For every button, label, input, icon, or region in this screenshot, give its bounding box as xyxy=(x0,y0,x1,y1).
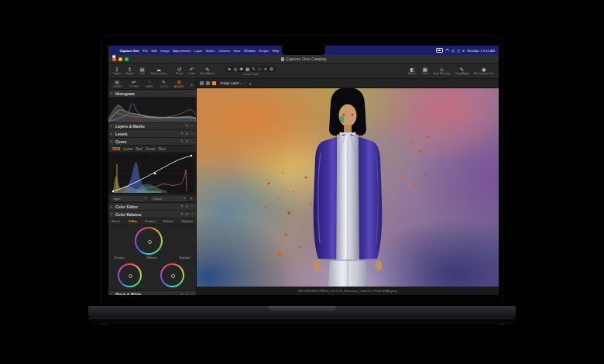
more-icon[interactable]: ⋯ xyxy=(190,293,194,296)
midtone-color-wheel[interactable] xyxy=(135,227,163,255)
menu-capture-one[interactable]: Capture One xyxy=(119,49,140,53)
cull-button[interactable]: ▤ Cull xyxy=(139,67,146,76)
my-capture-one-button[interactable]: ◉ My Capture One xyxy=(474,67,494,76)
levels-header[interactable]: ▸ Levels ✎ ↺ ⋯ xyxy=(108,130,196,138)
import-button[interactable]: ↧ Import xyxy=(113,67,121,76)
cb-tab-master[interactable]: Master xyxy=(112,220,121,223)
curve-output-dropdown[interactable]: Output ▾ xyxy=(150,196,187,201)
pen-icon[interactable]: ✎ xyxy=(180,204,184,208)
histogram-header[interactable]: ▾ Histogram ⋯ xyxy=(108,90,196,98)
cb-tab-highlight[interactable]: Highlight xyxy=(181,220,193,223)
undo-button[interactable]: ↶ Undo xyxy=(188,67,196,76)
menubar-clock[interactable]: Wed Apr 1 9:41 AM xyxy=(467,49,495,53)
layers-masks-header[interactable]: ▸ Layers & Masks ✎ ⋯ xyxy=(108,122,196,130)
before-button[interactable]: ◧ Before xyxy=(408,67,417,76)
pen-icon[interactable]: ✎ xyxy=(180,212,184,216)
collapse-icon[interactable]: ▾ xyxy=(111,212,114,216)
more-icon[interactable]: ⋯ xyxy=(190,212,194,216)
reset-icon[interactable]: ↺ xyxy=(185,293,188,296)
curve-input-dropdown[interactable]: Input ▾ xyxy=(112,196,148,201)
curve-tab-red[interactable]: Red xyxy=(136,147,142,151)
menu-select[interactable]: Select xyxy=(205,49,216,53)
apple-icon[interactable] xyxy=(112,48,116,53)
layer-dropdown[interactable]: Image Layer ▾ xyxy=(220,81,242,85)
export-button[interactable]: ↥ Export xyxy=(125,67,133,76)
more-icon[interactable]: ⋯ xyxy=(190,139,194,143)
layer-color-icon[interactable] xyxy=(212,81,216,85)
more-icon[interactable]: ⋯ xyxy=(190,124,194,128)
exposure-warning-button[interactable]: ⚠ Exp. Warning xyxy=(434,67,450,76)
menu-camera[interactable]: Camera xyxy=(218,49,231,53)
black-white-header[interactable]: ▸ Black & White ✎ ↺ ⋯ xyxy=(108,291,196,295)
cb-tab-midtone[interactable]: Midtone xyxy=(163,220,174,223)
compare-view-icon[interactable] xyxy=(206,81,210,85)
reset-icon[interactable]: ↺ xyxy=(185,204,188,208)
cb-tab-shadow[interactable]: Shadow xyxy=(145,220,156,223)
curve-tab-luma[interactable]: Luma xyxy=(124,147,132,151)
menu-window[interactable]: Window xyxy=(243,49,256,53)
minimize-button[interactable] xyxy=(118,57,122,61)
cb-tab-3way[interactable]: 3-Way xyxy=(129,220,137,223)
curve-tab-rgb[interactable]: RGB xyxy=(112,147,120,151)
menu-file[interactable]: File xyxy=(142,49,149,53)
tab-adjust[interactable]: ⚙ ADJUST xyxy=(174,80,184,88)
tab-style[interactable]: ✎ STYLE xyxy=(160,80,168,88)
more-tabs-icon[interactable]: » xyxy=(190,82,193,87)
menu-adjustments[interactable]: Adjustments xyxy=(172,49,191,53)
curve-picker-icon[interactable]: ✎ xyxy=(190,196,193,201)
reset-icon[interactable]: ↺ xyxy=(185,212,188,216)
curve-graph[interactable] xyxy=(108,153,196,194)
reset-button[interactable]: ↺ Reset xyxy=(176,67,184,76)
color-editor-header[interactable]: ▸ Color Editor ✎ ↺ ⋯ xyxy=(108,203,196,211)
reset-icon[interactable]: ↺ xyxy=(185,139,188,143)
battery-icon[interactable] xyxy=(436,48,443,53)
more-icon[interactable]: ⋯ xyxy=(190,91,194,95)
menu-help[interactable]: Help xyxy=(272,49,280,53)
collapse-icon[interactable]: ▸ xyxy=(111,124,114,128)
menu-scripts[interactable]: Scripts xyxy=(258,49,269,53)
pen-icon[interactable]: ✎ xyxy=(180,139,184,143)
tab-shape[interactable]: ○ SHAPE xyxy=(145,80,153,88)
photo-canvas[interactable] xyxy=(197,88,499,287)
erase-tool-icon[interactable]: ✕ xyxy=(264,67,268,72)
zoom-button[interactable] xyxy=(125,57,129,61)
menu-view[interactable]: View xyxy=(232,49,241,53)
shadow-color-wheel[interactable] xyxy=(118,263,142,287)
collapse-icon[interactable]: ▾ xyxy=(111,139,114,143)
heal-tool-icon[interactable]: ⬭ xyxy=(258,67,262,72)
wifi-icon[interactable] xyxy=(445,49,449,53)
pen-icon[interactable]: ✎ xyxy=(180,293,184,296)
tab-tether[interactable]: ⇄ TETHER xyxy=(129,80,139,88)
pointer-tool-icon[interactable]: ➤ xyxy=(228,67,232,72)
curve-tab-green[interactable]: Green xyxy=(146,147,156,151)
grid-button[interactable]: ▦ Grid xyxy=(421,67,429,76)
pan-tool-icon[interactable]: ✚ xyxy=(239,67,243,72)
draw-mask-tool-icon[interactable]: ✎ xyxy=(252,67,256,72)
search-icon[interactable]: ◎ xyxy=(451,49,455,53)
share-online-button[interactable]: ☁ Share online xyxy=(151,67,166,76)
auto-adjust-button[interactable]: ✎ Auto Adjust xyxy=(201,67,214,76)
copy-apply-button[interactable]: ✎ Copy/Apply xyxy=(455,67,468,76)
settings-tool-icon[interactable]: ⚙ xyxy=(269,67,273,72)
color-balance-header[interactable]: ▾ Color Balance ✎ ↺ ⋯ xyxy=(108,211,196,218)
curve-header[interactable]: ▾ Curve ✎ ↺ ⋯ xyxy=(108,138,196,146)
proof-view-icon[interactable] xyxy=(200,81,204,85)
crop-tool-icon[interactable]: ▦ xyxy=(245,67,249,72)
more-icon[interactable]: ⋯ xyxy=(190,132,194,136)
add-layer-button[interactable]: + xyxy=(249,81,252,86)
menu-image[interactable]: Image xyxy=(160,49,170,53)
menu-edit[interactable]: Edit xyxy=(150,49,157,53)
collapse-icon[interactable]: ▸ xyxy=(111,132,114,136)
pen-icon[interactable]: ✎ xyxy=(180,132,184,136)
collapse-icon[interactable]: ▸ xyxy=(111,204,114,208)
curve-tab-blue[interactable]: Blue xyxy=(159,147,166,151)
highlight-color-wheel[interactable] xyxy=(160,263,184,287)
menu-layer[interactable]: Layer xyxy=(194,49,203,53)
loupe-tool-icon[interactable]: ◎ xyxy=(234,67,238,72)
collapse-icon[interactable]: ▸ xyxy=(111,293,114,296)
reset-icon[interactable]: ↺ xyxy=(185,132,188,136)
tab-library[interactable]: ▤ LIBRARY xyxy=(112,80,122,88)
pen-icon[interactable]: ✎ xyxy=(185,124,188,128)
siri-icon[interactable]: ● xyxy=(462,49,465,53)
collapse-icon[interactable]: ▾ xyxy=(111,91,114,95)
